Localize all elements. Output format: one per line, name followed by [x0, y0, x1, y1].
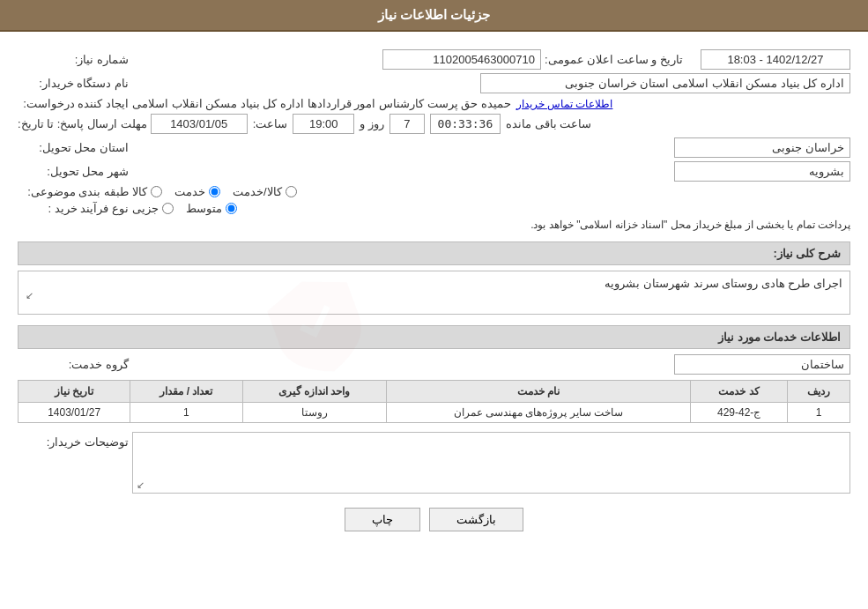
category-kala-khadamat[interactable]: کالا/خدمت: [233, 185, 297, 198]
category-kala-radio[interactable]: [151, 186, 162, 197]
process-mottaset-label: متوسط: [186, 202, 222, 215]
process-jozvi-label: جزیی: [132, 202, 159, 215]
creator-contact-link[interactable]: اطلاعات تماس خریدار: [516, 98, 613, 110]
cell-date: 1403/01/27: [19, 403, 130, 423]
deadline-time-label: ساعت:: [253, 117, 288, 130]
city-value: بشرویه: [674, 161, 850, 182]
process-mottaset[interactable]: متوسط: [186, 202, 237, 215]
category-kala-label: کالا: [132, 185, 147, 198]
city-label: شهر محل تحویل:: [18, 165, 132, 178]
category-kala[interactable]: کالا: [132, 185, 162, 198]
need-desc-section-title: شرح کلی نیاز:: [18, 241, 850, 265]
services-table: ردیف کد خدمت نام خدمت واحد اندازه گیری ت…: [18, 380, 850, 423]
back-button[interactable]: بازگشت: [429, 508, 523, 531]
deadline-days: 7: [389, 114, 425, 134]
table-row: 1 ج-42-429 ساخت سایر پروژه‌های مهندسی عم…: [19, 403, 850, 423]
cell-qty: 1: [130, 403, 242, 423]
deadline-days-label: روز و: [360, 117, 384, 130]
need-desc-value: اجرای طرح هادی روستای سرند شهرستان بشروی…: [605, 277, 842, 290]
process-mottaset-radio[interactable]: [226, 203, 237, 214]
col-unit: واحد اندازه گیری: [242, 381, 386, 403]
category-khadamat-label: خدمت: [174, 185, 205, 198]
province-value: خراسان جنوبی: [674, 137, 850, 158]
cell-unit: روستا: [242, 403, 386, 423]
col-row: ردیف: [787, 381, 849, 403]
need-number-label: شماره نیاز:: [18, 53, 132, 66]
creator-value: حمیده حق پرست کارشناس امور قراردادها ادا…: [132, 97, 511, 110]
print-button[interactable]: چاپ: [345, 508, 420, 531]
category-label: طبقه بندی موضوعی:: [18, 185, 132, 198]
col-name: نام خدمت: [386, 381, 691, 403]
category-khadamat[interactable]: خدمت: [174, 185, 220, 198]
buyer-desc-label: توضیحات خریدار:: [18, 432, 132, 449]
remaining-time: 00:33:36: [430, 114, 501, 134]
process-jozvi-radio[interactable]: [162, 203, 174, 214]
services-section-title: اطلاعات خدمات مورد نیاز: [18, 325, 850, 349]
buyer-org-label: نام دستگاه خریدار:: [18, 77, 132, 90]
creator-label: ایجاد کننده درخواست:: [18, 97, 132, 110]
announcement-value: 1402/12/27 - 18:03: [701, 49, 850, 70]
service-group-label: گروه خدمت:: [18, 358, 132, 371]
cell-code: ج-42-429: [691, 403, 788, 423]
category-khadamat-radio[interactable]: [209, 186, 220, 197]
deadline-time: 19:00: [293, 114, 354, 134]
cell-name: ساخت سایر پروژه‌های مهندسی عمران: [386, 403, 691, 423]
buyer-org-value: اداره کل بنیاد مسکن انقلاب اسلامی استان …: [480, 73, 850, 93]
col-qty: تعداد / مقدار: [130, 381, 242, 403]
col-code: کد خدمت: [691, 381, 788, 403]
process-description: پرداخت تمام یا بخشی از مبلغ خریداز محل "…: [132, 219, 850, 231]
need-number-value: 1102005463000710: [382, 49, 541, 70]
deadline-label: مهلت ارسال پاسخ: تا تاریخ:: [18, 117, 151, 130]
col-date: تاریخ نیاز: [19, 381, 130, 403]
category-kala-khadamat-radio[interactable]: [286, 186, 297, 197]
page-title: جزئیات اطلاعات نیاز: [0, 0, 868, 32]
process-label: نوع فرآیند خرید :: [18, 202, 132, 215]
process-jozvi[interactable]: جزیی: [132, 202, 174, 215]
cell-row: 1: [787, 403, 849, 423]
service-group-value: ساختمان: [674, 354, 850, 375]
remaining-label: ساعت باقی مانده: [506, 117, 591, 130]
announcement-label: تاریخ و ساعت اعلان عمومی:: [545, 53, 683, 66]
deadline-date: 1403/01/05: [151, 114, 248, 134]
province-label: استان محل تحویل:: [18, 141, 132, 154]
category-kala-khadamat-label: کالا/خدمت: [233, 185, 282, 198]
